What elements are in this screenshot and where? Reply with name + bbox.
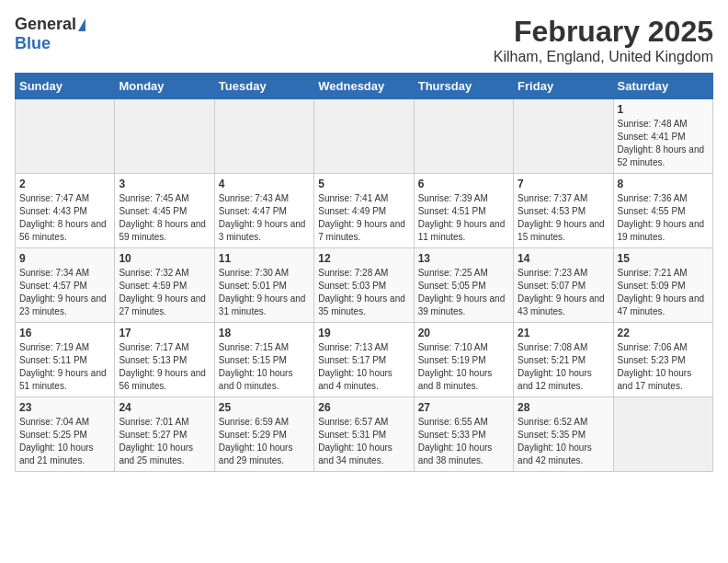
day-number: 21 — [518, 327, 609, 339]
calendar-cell: 12Sunrise: 7:28 AM Sunset: 5:03 PM Dayli… — [314, 248, 414, 323]
calendar-cell: 27Sunrise: 6:55 AM Sunset: 5:33 PM Dayli… — [414, 397, 513, 472]
day-number: 1 — [618, 103, 709, 116]
day-number: 2 — [19, 178, 110, 190]
day-number: 14 — [518, 252, 609, 265]
day-info: Sunrise: 6:57 AM Sunset: 5:31 PM Dayligh… — [318, 416, 409, 467]
calendar-week-row: 9Sunrise: 7:34 AM Sunset: 4:57 PM Daylig… — [16, 248, 713, 323]
day-number: 12 — [318, 252, 409, 265]
day-info: Sunrise: 7:43 AM Sunset: 4:47 PM Dayligh… — [219, 192, 310, 244]
calendar-week-row: 16Sunrise: 7:19 AM Sunset: 5:11 PM Dayli… — [16, 323, 713, 397]
calendar-cell: 18Sunrise: 7:15 AM Sunset: 5:15 PM Dayli… — [214, 323, 313, 397]
calendar-cell: 28Sunrise: 6:52 AM Sunset: 5:35 PM Dayli… — [514, 397, 613, 472]
logo-triangle-icon — [78, 18, 85, 31]
day-number: 5 — [318, 178, 409, 190]
calendar-table: SundayMondayTuesdayWednesdayThursdayFrid… — [15, 73, 713, 472]
calendar-body: 1Sunrise: 7:48 AM Sunset: 4:41 PM Daylig… — [16, 99, 713, 472]
day-info: Sunrise: 7:39 AM Sunset: 4:51 PM Dayligh… — [418, 192, 509, 244]
calendar-cell: 2Sunrise: 7:47 AM Sunset: 4:43 PM Daylig… — [16, 174, 115, 248]
calendar-cell — [214, 99, 313, 174]
day-info: Sunrise: 7:08 AM Sunset: 5:21 PM Dayligh… — [518, 341, 609, 393]
day-info: Sunrise: 7:36 AM Sunset: 4:55 PM Dayligh… — [618, 192, 709, 244]
day-info: Sunrise: 7:01 AM Sunset: 5:27 PM Dayligh… — [119, 416, 210, 467]
day-number: 15 — [618, 252, 709, 265]
title-block: February 2025 Kilham, England, United Ki… — [494, 15, 713, 65]
day-number: 13 — [418, 252, 509, 265]
day-info: Sunrise: 7:45 AM Sunset: 4:45 PM Dayligh… — [119, 192, 210, 244]
day-number: 28 — [518, 401, 609, 414]
day-info: Sunrise: 7:17 AM Sunset: 5:13 PM Dayligh… — [119, 341, 210, 393]
day-info: Sunrise: 6:59 AM Sunset: 5:29 PM Dayligh… — [219, 416, 310, 467]
day-info: Sunrise: 6:55 AM Sunset: 5:33 PM Dayligh… — [418, 416, 509, 467]
day-number: 10 — [119, 252, 210, 265]
day-number: 18 — [219, 327, 310, 339]
calendar-cell — [414, 99, 513, 174]
day-info: Sunrise: 7:23 AM Sunset: 5:07 PM Dayligh… — [518, 267, 609, 318]
day-info: Sunrise: 7:21 AM Sunset: 5:09 PM Dayligh… — [618, 267, 709, 318]
calendar-header-row: SundayMondayTuesdayWednesdayThursdayFrid… — [16, 74, 713, 99]
calendar-cell — [613, 397, 712, 472]
calendar-cell: 16Sunrise: 7:19 AM Sunset: 5:11 PM Dayli… — [16, 323, 115, 397]
calendar-cell: 22Sunrise: 7:06 AM Sunset: 5:23 PM Dayli… — [613, 323, 712, 397]
day-number: 4 — [219, 178, 310, 190]
day-number: 20 — [418, 327, 509, 339]
logo-general-text: General — [15, 15, 76, 34]
calendar-cell: 5Sunrise: 7:41 AM Sunset: 4:49 PM Daylig… — [314, 174, 414, 248]
header-day-saturday: Saturday — [613, 74, 712, 99]
calendar-cell: 23Sunrise: 7:04 AM Sunset: 5:25 PM Dayli… — [16, 397, 115, 472]
calendar-subtitle: Kilham, England, United Kingdom — [494, 49, 713, 65]
calendar-title: February 2025 — [494, 15, 713, 49]
day-number: 3 — [119, 178, 210, 190]
calendar-cell: 13Sunrise: 7:25 AM Sunset: 5:05 PM Dayli… — [414, 248, 513, 323]
calendar-cell: 7Sunrise: 7:37 AM Sunset: 4:53 PM Daylig… — [514, 174, 613, 248]
day-number: 16 — [19, 327, 110, 339]
calendar-cell: 20Sunrise: 7:10 AM Sunset: 5:19 PM Dayli… — [414, 323, 513, 397]
calendar-cell: 15Sunrise: 7:21 AM Sunset: 5:09 PM Dayli… — [613, 248, 712, 323]
calendar-cell: 4Sunrise: 7:43 AM Sunset: 4:47 PM Daylig… — [214, 174, 313, 248]
day-number: 26 — [318, 401, 409, 414]
calendar-cell: 17Sunrise: 7:17 AM Sunset: 5:13 PM Dayli… — [115, 323, 214, 397]
calendar-cell: 26Sunrise: 6:57 AM Sunset: 5:31 PM Dayli… — [314, 397, 414, 472]
day-info: Sunrise: 6:52 AM Sunset: 5:35 PM Dayligh… — [518, 416, 609, 467]
calendar-cell: 11Sunrise: 7:30 AM Sunset: 5:01 PM Dayli… — [214, 248, 313, 323]
calendar-cell: 1Sunrise: 7:48 AM Sunset: 4:41 PM Daylig… — [613, 99, 712, 174]
calendar-cell — [514, 99, 613, 174]
day-info: Sunrise: 7:47 AM Sunset: 4:43 PM Dayligh… — [19, 192, 110, 244]
calendar-cell: 21Sunrise: 7:08 AM Sunset: 5:21 PM Dayli… — [514, 323, 613, 397]
day-info: Sunrise: 7:19 AM Sunset: 5:11 PM Dayligh… — [19, 341, 110, 393]
day-number: 23 — [19, 401, 110, 414]
logo-blue-text: Blue — [15, 34, 51, 53]
day-number: 25 — [219, 401, 310, 414]
calendar-cell: 9Sunrise: 7:34 AM Sunset: 4:57 PM Daylig… — [16, 248, 115, 323]
day-info: Sunrise: 7:25 AM Sunset: 5:05 PM Dayligh… — [418, 267, 509, 318]
day-number: 6 — [418, 178, 509, 190]
day-info: Sunrise: 7:41 AM Sunset: 4:49 PM Dayligh… — [318, 192, 409, 244]
header-day-tuesday: Tuesday — [214, 74, 313, 99]
calendar-cell: 10Sunrise: 7:32 AM Sunset: 4:59 PM Dayli… — [115, 248, 214, 323]
day-number: 11 — [219, 252, 310, 265]
calendar-cell: 8Sunrise: 7:36 AM Sunset: 4:55 PM Daylig… — [613, 174, 712, 248]
calendar-week-row: 2Sunrise: 7:47 AM Sunset: 4:43 PM Daylig… — [16, 174, 713, 248]
day-number: 19 — [318, 327, 409, 339]
day-info: Sunrise: 7:06 AM Sunset: 5:23 PM Dayligh… — [618, 341, 709, 393]
page-header: General Blue February 2025 Kilham, Engla… — [15, 15, 713, 65]
calendar-cell: 6Sunrise: 7:39 AM Sunset: 4:51 PM Daylig… — [414, 174, 513, 248]
day-info: Sunrise: 7:28 AM Sunset: 5:03 PM Dayligh… — [318, 267, 409, 318]
header-day-friday: Friday — [514, 74, 613, 99]
calendar-cell: 24Sunrise: 7:01 AM Sunset: 5:27 PM Dayli… — [115, 397, 214, 472]
day-info: Sunrise: 7:30 AM Sunset: 5:01 PM Dayligh… — [219, 267, 310, 318]
calendar-week-row: 23Sunrise: 7:04 AM Sunset: 5:25 PM Dayli… — [16, 397, 713, 472]
calendar-cell: 3Sunrise: 7:45 AM Sunset: 4:45 PM Daylig… — [115, 174, 214, 248]
header-day-sunday: Sunday — [16, 74, 115, 99]
day-info: Sunrise: 7:04 AM Sunset: 5:25 PM Dayligh… — [19, 416, 110, 467]
day-info: Sunrise: 7:48 AM Sunset: 4:41 PM Dayligh… — [618, 118, 709, 169]
calendar-cell: 14Sunrise: 7:23 AM Sunset: 5:07 PM Dayli… — [514, 248, 613, 323]
day-info: Sunrise: 7:13 AM Sunset: 5:17 PM Dayligh… — [318, 341, 409, 393]
day-info: Sunrise: 7:10 AM Sunset: 5:19 PM Dayligh… — [418, 341, 509, 393]
calendar-cell — [16, 99, 115, 174]
day-number: 27 — [418, 401, 509, 414]
day-number: 22 — [618, 327, 709, 339]
day-number: 8 — [618, 178, 709, 190]
day-number: 24 — [119, 401, 210, 414]
calendar-week-row: 1Sunrise: 7:48 AM Sunset: 4:41 PM Daylig… — [16, 99, 713, 174]
day-info: Sunrise: 7:15 AM Sunset: 5:15 PM Dayligh… — [219, 341, 310, 393]
